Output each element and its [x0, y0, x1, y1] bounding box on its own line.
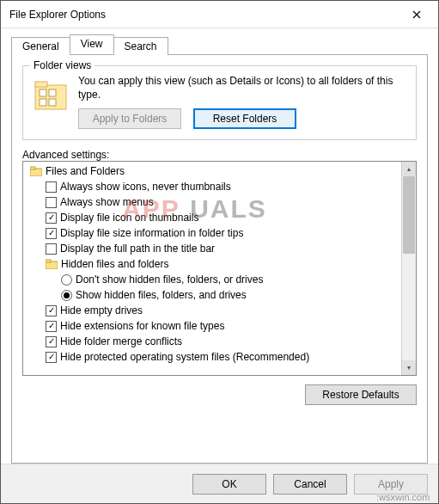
svg-rect-2: [40, 89, 46, 96]
tree-root[interactable]: Files and Folders: [27, 163, 399, 179]
folder-views-title: Folder views: [30, 59, 95, 71]
dialog-window: File Explorer Options General View Searc…: [0, 0, 439, 504]
svg-rect-4: [40, 99, 46, 106]
checkbox-icon[interactable]: ✓: [46, 352, 57, 363]
tree-item[interactable]: ✓Hide folder merge conflicts: [27, 334, 399, 349]
tree-item[interactable]: Always show menus: [27, 194, 399, 210]
tree-item[interactable]: Show hidden files, folders, and drives: [27, 287, 399, 303]
tree-item[interactable]: ✓Hide empty drives: [27, 303, 399, 318]
tree-item[interactable]: ✓Hide extensions for known file types: [27, 318, 399, 334]
folder-icon: [46, 259, 58, 269]
apply-to-folders-button: Apply to Folders: [78, 108, 181, 129]
svg-rect-1: [35, 82, 47, 87]
tree-item[interactable]: ✓Display file size information in folder…: [27, 225, 399, 241]
folder-icon: [30, 166, 42, 176]
scrollbar[interactable]: ▴ ▾: [401, 162, 416, 375]
folder-views-group: Folder views You can apply this view (su…: [22, 65, 417, 140]
radio-icon[interactable]: [61, 290, 72, 301]
svg-rect-5: [49, 99, 56, 106]
titlebar: File Explorer Options: [1, 1, 438, 28]
tree-item[interactable]: ✓Display file icon on thumbnails: [27, 210, 399, 225]
checkbox-icon[interactable]: ✓: [46, 212, 57, 224]
tab-search[interactable]: Search: [113, 37, 168, 55]
radio-icon[interactable]: [61, 274, 72, 286]
svg-rect-3: [49, 89, 56, 96]
checkbox-icon[interactable]: [46, 181, 57, 193]
tree-item[interactable]: Always show icons, never thumbnails: [27, 179, 399, 194]
tabs: General View Search: [11, 35, 428, 54]
checkbox-icon[interactable]: ✓: [46, 336, 57, 347]
tree-item[interactable]: Display the full path in the title bar: [27, 241, 399, 256]
folder-views-description: You can apply this view (such as Details…: [78, 75, 407, 101]
advanced-settings-label: Advanced settings:: [22, 149, 417, 161]
tab-view[interactable]: View: [70, 34, 114, 54]
checkbox-icon[interactable]: [46, 197, 57, 208]
tree-body[interactable]: Files and Folders Always show icons, nev…: [23, 162, 401, 375]
close-button[interactable]: [399, 2, 435, 28]
apply-button: Apply: [354, 474, 428, 495]
reset-folders-button[interactable]: Reset Folders: [193, 108, 296, 129]
scroll-thumb[interactable]: [403, 176, 415, 254]
content-area: General View Search Folder views: [1, 28, 438, 464]
advanced-settings-tree: Files and Folders Always show icons, nev…: [22, 161, 417, 376]
svg-rect-7: [30, 167, 35, 169]
restore-defaults-button[interactable]: Restore Defaults: [305, 384, 417, 405]
checkbox-icon[interactable]: [46, 243, 57, 255]
source-watermark: :wsxwin.com: [376, 492, 430, 502]
tree-root-label: Files and Folders: [46, 163, 125, 179]
window-title: File Explorer Options: [9, 9, 106, 21]
folder-views-icon: [32, 77, 70, 114]
dialog-footer: OK Cancel Apply: [1, 464, 438, 503]
cancel-button[interactable]: Cancel: [273, 474, 347, 495]
scroll-down-icon[interactable]: ▾: [402, 360, 416, 375]
tabpanel-view: Folder views You can apply this view (su…: [11, 54, 428, 464]
scroll-up-icon[interactable]: ▴: [402, 162, 416, 176]
tree-item[interactable]: Don't show hidden files, folders, or dri…: [27, 272, 399, 287]
tab-general[interactable]: General: [11, 37, 70, 55]
ok-button[interactable]: OK: [192, 474, 266, 495]
close-icon: [412, 10, 421, 19]
tree-subfolder[interactable]: Hidden files and folders: [27, 256, 399, 272]
tree-item[interactable]: ✓Hide protected operating system files (…: [27, 349, 399, 365]
svg-rect-9: [46, 260, 51, 262]
checkbox-icon[interactable]: ✓: [46, 321, 57, 332]
checkbox-icon[interactable]: ✓: [46, 228, 57, 239]
checkbox-icon[interactable]: ✓: [46, 305, 57, 317]
